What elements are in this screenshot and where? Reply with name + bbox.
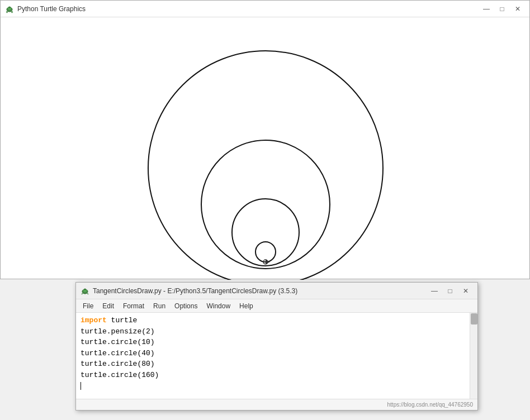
- menu-item-run[interactable]: Run: [149, 299, 170, 313]
- code-line-4: turtle.circle(40): [81, 348, 473, 359]
- svg-line-15: [82, 293, 83, 294]
- menu-item-options[interactable]: Options: [170, 299, 202, 313]
- cursor-line: [81, 380, 473, 392]
- svg-point-6: [8, 6, 11, 8]
- svg-point-10: [255, 242, 276, 262]
- editor-statusbar: https://blog.csdn.net/qq_44762950: [76, 399, 477, 410]
- editor-titlebar: TangentCirclesDraw.py - E:/Python3.5/Tan…: [76, 283, 477, 299]
- editor-window: TangentCirclesDraw.py - E:/Python3.5/Tan…: [75, 282, 478, 411]
- turtle-canvas: [1, 17, 529, 279]
- svg-line-16: [87, 293, 88, 294]
- status-link: https://blog.csdn.net/qq_44762950: [387, 402, 473, 408]
- turtle-window: Python Turtle Graphics — □ ✕: [0, 0, 530, 279]
- editor-title-left: TangentCirclesDraw.py - E:/Python3.5/Tan…: [81, 287, 297, 295]
- turtle-title-text: Python Turtle Graphics: [17, 5, 86, 13]
- editor-maximize-button[interactable]: □: [443, 285, 457, 297]
- editor-scrollbar[interactable]: [470, 313, 477, 399]
- menu-item-file[interactable]: File: [78, 299, 98, 313]
- editor-minimize-button[interactable]: —: [427, 285, 442, 297]
- turtle-icon: [5, 4, 14, 13]
- turtle-window-controls: — □ ✕: [479, 3, 525, 15]
- turtle-titlebar: Python Turtle Graphics — □ ✕: [1, 1, 529, 17]
- editor-close-button[interactable]: ✕: [458, 285, 473, 297]
- turtle-close-button[interactable]: ✕: [510, 3, 525, 15]
- editor-menubar: FileEditFormatRunOptionsWindowHelp: [76, 299, 477, 313]
- code-line-2: turtle.pensize(2): [81, 326, 473, 337]
- svg-point-7: [148, 51, 383, 280]
- code-line-6: turtle.circle(160): [81, 370, 473, 381]
- editor-icon: [81, 287, 89, 295]
- turtle-maximize-button[interactable]: □: [495, 3, 509, 15]
- menu-item-window[interactable]: Window: [202, 299, 235, 313]
- turtle-title-left: Python Turtle Graphics: [5, 4, 86, 13]
- turtle-minimize-button[interactable]: —: [479, 3, 494, 15]
- menu-item-help[interactable]: Help: [235, 299, 258, 313]
- editor-window-controls: — □ ✕: [427, 285, 473, 297]
- scrollbar-thumb[interactable]: [471, 313, 477, 324]
- menu-item-edit[interactable]: Edit: [98, 299, 119, 313]
- editor-content[interactable]: import turtleturtle.pensize(2)turtle.cir…: [76, 313, 477, 399]
- editor-title-text: TangentCirclesDraw.py - E:/Python3.5/Tan…: [93, 287, 297, 295]
- svg-point-17: [84, 288, 86, 290]
- menu-item-format[interactable]: Format: [119, 299, 149, 313]
- svg-point-9: [232, 199, 299, 266]
- code-line-1: import turtle: [81, 315, 473, 326]
- circles-drawing: [1, 17, 530, 280]
- code-line-3: turtle.circle(10): [81, 337, 473, 348]
- code-line-5: turtle.circle(80): [81, 359, 473, 370]
- svg-point-8: [201, 140, 330, 269]
